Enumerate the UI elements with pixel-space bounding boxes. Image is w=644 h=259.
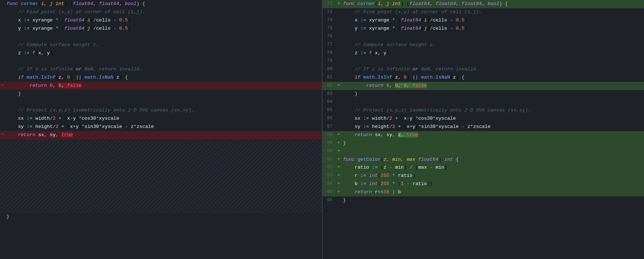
line-right-85: 85 // Project (x,y,z) isometrically onto… bbox=[323, 106, 644, 115]
line-left-15: sx := width/2 + (x-y)*cos30*xyscale bbox=[0, 115, 322, 123]
line-num-90: 90 bbox=[323, 148, 336, 156]
line-right-92: 92 + ratio := (z - min) / (max - min) bbox=[323, 164, 644, 172]
line-num-82: 82 bbox=[323, 82, 336, 90]
line-left-12: } bbox=[0, 90, 322, 98]
diff-marker-72: + bbox=[336, 0, 342, 8]
line-num-80: 80 bbox=[323, 65, 336, 74]
line-right-74: 74 x := xyrange * (float64(i)/cells - 0.… bbox=[323, 16, 644, 25]
line-right-82: 82 + return 0, 0, 0, false bbox=[323, 82, 644, 90]
line-right-72: 72 + func corner(i, j int) (float64, flo… bbox=[323, 0, 644, 8]
line-left-1: func corner(i, j int) (float64, float64,… bbox=[0, 0, 322, 8]
line-left-10: if math.IsInf(z, 0) || math.IsNaN(z) { bbox=[0, 74, 322, 82]
line-left-hatch-5 bbox=[0, 172, 322, 180]
line-right-80: 80 // If z is infinite or NaN, return in… bbox=[323, 65, 644, 74]
line-right-83: 83 } bbox=[323, 90, 644, 98]
line-num-78: 78 bbox=[323, 49, 336, 58]
line-left-11: − return 0, 0, false bbox=[0, 82, 322, 90]
right-code-area[interactable]: 72 + func corner(i, j int) (float64, flo… bbox=[323, 0, 644, 259]
left-code-area[interactable]: func corner(i, j int) (float64, float64,… bbox=[0, 0, 322, 259]
line-right-79: 79 bbox=[323, 57, 644, 65]
line-content-2: // Find point (x,y) at corner of cell (i… bbox=[5, 8, 322, 16]
line-left-17: − return sx, sy, true bbox=[0, 131, 322, 139]
line-num-73: 73 bbox=[323, 8, 336, 16]
left-diff-3 bbox=[0, 16, 5, 25]
line-left-hatch-2 bbox=[0, 148, 322, 156]
line-right-95: 95 + return r<<16 | b bbox=[323, 188, 644, 196]
line-left-5 bbox=[0, 33, 322, 41]
line-right-87: 87 sy := height/2 + (x+y)*sin30*xyscale … bbox=[323, 123, 644, 131]
line-num-94: 94 bbox=[323, 180, 336, 188]
line-left-2: // Find point (x,y) at corner of cell (i… bbox=[0, 8, 322, 16]
line-left-16: sy := height/2 + (x+y)*sin30*xyscale - z… bbox=[0, 123, 322, 131]
line-left-6: // Compute surface height z. bbox=[0, 41, 322, 49]
line-content-1: func corner(i, j int) (float64, float64,… bbox=[5, 0, 322, 8]
line-num-81: 81 bbox=[323, 74, 336, 82]
left-pane: func corner(i, j int) (float64, float64,… bbox=[0, 0, 323, 259]
line-left-hatch-6 bbox=[0, 180, 322, 188]
line-left-8 bbox=[0, 57, 322, 65]
line-num-79: 79 bbox=[323, 57, 336, 65]
line-num-89: 89 bbox=[323, 139, 336, 148]
line-left-3: x := xyrange * (float64(i)/cells - 0.5) bbox=[0, 16, 322, 25]
line-right-88: 88 + return sx, sy, z, true bbox=[323, 131, 644, 139]
line-num-91: 91 bbox=[323, 156, 336, 164]
left-diff-4 bbox=[0, 25, 5, 33]
line-num-85: 85 bbox=[323, 106, 336, 115]
line-num-93: 93 bbox=[323, 172, 336, 180]
line-right-86: 86 sx := width/2 + (x-y)*cos30*xyscale bbox=[323, 115, 644, 123]
line-right-77: 77 // Compute surface height z. bbox=[323, 41, 644, 49]
line-left-9: // If z is infinite or NaN, return inval… bbox=[0, 65, 322, 74]
line-num-96: 96 bbox=[323, 196, 336, 205]
line-left-7: z := f(x, y) bbox=[0, 49, 322, 58]
line-left-hatch-9 bbox=[0, 205, 322, 213]
line-right-78: 78 z := f(x, y) bbox=[323, 49, 644, 58]
line-left-14: // Project (x,y,z) isometrically onto 2-… bbox=[0, 106, 322, 115]
line-left-hatch-8 bbox=[0, 196, 322, 205]
line-num-92: 92 bbox=[323, 164, 336, 172]
line-num-87: 87 bbox=[323, 123, 336, 131]
line-content-3: x := xyrange * (float64(i)/cells - 0.5) bbox=[5, 16, 322, 25]
line-right-75: 75 y := xyrange * (float64(j)/cells - 0.… bbox=[323, 25, 644, 33]
line-num-84: 84 bbox=[323, 98, 336, 106]
line-num-74: 74 bbox=[323, 16, 336, 25]
line-left-hatch-7 bbox=[0, 188, 322, 196]
line-num-72: 72 bbox=[323, 0, 336, 8]
line-right-96: 96 } bbox=[323, 196, 644, 205]
line-num-75: 75 bbox=[323, 25, 336, 33]
line-right-73: 73 // Find point (x,y) at corner of cell… bbox=[323, 8, 644, 16]
line-left-hatch-3 bbox=[0, 156, 322, 164]
line-num-95: 95 bbox=[323, 188, 336, 196]
line-left-4: y := xyrange * (float64(j)/cells - 0.5) bbox=[0, 25, 322, 33]
line-num-83: 83 bbox=[323, 90, 336, 98]
line-right-90: 90 + bbox=[323, 148, 644, 156]
line-content-4: y := xyrange * (float64(j)/cells - 0.5) bbox=[5, 25, 322, 33]
line-right-84: 84 bbox=[323, 98, 644, 106]
line-left-13 bbox=[0, 98, 322, 106]
line-left-end: } bbox=[0, 213, 322, 221]
line-left-hatch-1 bbox=[0, 139, 322, 148]
line-left-hatch-4 bbox=[0, 164, 322, 172]
right-pane: 72 + func corner(i, j int) (float64, flo… bbox=[323, 0, 644, 259]
line-num-77: 77 bbox=[323, 41, 336, 49]
line-num-76: 76 bbox=[323, 33, 336, 41]
line-num-88: 88 bbox=[323, 131, 336, 139]
line-right-93: 93 + r := int(255 * ratio) bbox=[323, 172, 644, 180]
line-right-94: 94 + b := int(255 * (1 - ratio)) bbox=[323, 180, 644, 188]
left-diff-1 bbox=[0, 0, 5, 8]
line-right-91: 91 + func getColor(z, min, max float64) … bbox=[323, 156, 644, 164]
line-right-81: 81 if math.IsInf(z, 0) || math.IsNaN(z) … bbox=[323, 74, 644, 82]
line-num-86: 86 bbox=[323, 115, 336, 123]
left-diff-2 bbox=[0, 8, 5, 16]
line-right-89: 89 + } bbox=[323, 139, 644, 148]
line-right-76: 76 bbox=[323, 33, 644, 41]
